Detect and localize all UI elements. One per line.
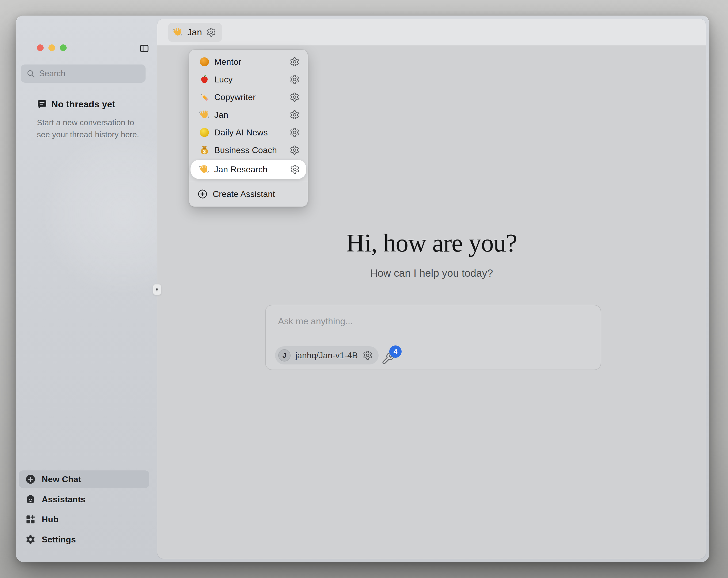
menu-item-daily-ai-news[interactable]: Daily AI News <box>191 124 306 141</box>
chat-composer[interactable]: Ask me anything... J janhq/Jan-v1-4B 4 <box>265 305 601 370</box>
plus-circle-icon <box>25 474 36 485</box>
model-name: janhq/Jan-v1-4B <box>295 351 358 360</box>
menu-item-lucy[interactable]: Lucy <box>191 71 306 88</box>
minimize-button[interactable] <box>48 44 55 51</box>
tools-count-badge: 4 <box>389 346 401 358</box>
sidebar-toggle-icon[interactable] <box>139 43 149 53</box>
menu-item-label: Jan Research <box>214 165 290 174</box>
create-assistant-label: Create Assistant <box>213 189 275 199</box>
greeting-subtitle: How can I help you today? <box>157 267 706 279</box>
gear-icon[interactable] <box>289 92 300 102</box>
main-panel: Jan Mentor Lucy Copywriter <box>157 19 706 559</box>
gear-icon[interactable] <box>206 27 216 37</box>
app-window: No threads yet Start a new conversation … <box>16 16 709 562</box>
assistant-robot-icon <box>25 494 36 505</box>
nav-label: New Chat <box>42 474 81 484</box>
nav-label: Assistants <box>42 495 86 504</box>
chat-bubble-icon <box>37 99 47 109</box>
tools-button[interactable]: 4 <box>381 352 395 365</box>
sidebar-item-new-chat[interactable]: New Chat <box>19 471 149 488</box>
wave-hand-icon <box>199 164 210 175</box>
search-field[interactable] <box>21 65 146 83</box>
composer-placeholder: Ask me anything... <box>278 316 353 326</box>
sidebar-resize-handle[interactable] <box>153 284 161 295</box>
orange-circle-icon <box>199 56 210 68</box>
grip-dots-icon <box>154 285 160 294</box>
menu-item-mentor[interactable]: Mentor <box>191 53 306 71</box>
assistant-menu: Mentor Lucy Copywriter Jan Daily AI News <box>189 50 308 207</box>
search-icon <box>26 69 35 78</box>
menu-item-label: Jan <box>214 110 289 120</box>
sidebar-nav: New Chat Assistants Hub Settings <box>19 471 149 551</box>
gear-icon[interactable] <box>289 145 300 155</box>
create-assistant-button[interactable]: Create Assistant <box>189 185 308 203</box>
menu-item-label: Daily AI News <box>214 128 289 137</box>
sidebar: No threads yet Start a new conversation … <box>16 16 157 562</box>
gear-icon[interactable] <box>289 57 300 67</box>
hub-grid-icon <box>25 514 36 525</box>
menu-divider <box>189 182 308 182</box>
menu-item-label: Lucy <box>214 75 289 84</box>
traffic-lights <box>37 44 67 51</box>
assistant-selector-label: Jan <box>187 27 202 37</box>
model-selector-button[interactable]: J janhq/Jan-v1-4B <box>275 346 379 365</box>
model-avatar: J <box>278 349 290 361</box>
wave-hand-icon <box>199 109 210 120</box>
sidebar-item-hub[interactable]: Hub <box>19 510 149 528</box>
empty-state-description: Start a new conversation to see your thr… <box>37 117 144 141</box>
sidebar-item-settings[interactable]: Settings <box>19 531 149 548</box>
zoom-button[interactable] <box>60 44 67 51</box>
gear-icon[interactable] <box>363 350 373 360</box>
gear-icon[interactable] <box>289 127 300 137</box>
menu-item-label: Business Coach <box>214 145 289 155</box>
menu-item-copywriter[interactable]: Copywriter <box>191 88 306 106</box>
greeting-title: Hi, how are you? <box>157 228 706 258</box>
menu-item-label: Mentor <box>214 57 289 67</box>
close-button[interactable] <box>37 44 44 51</box>
nav-label: Hub <box>42 514 59 525</box>
gear-icon[interactable] <box>290 164 300 174</box>
money-bag-icon: $ <box>199 145 210 156</box>
yellow-circle-icon <box>199 127 210 138</box>
search-input[interactable] <box>39 69 140 78</box>
menu-item-business-coach[interactable]: $ Business Coach <box>191 141 306 159</box>
plus-circle-outline-icon <box>197 189 208 199</box>
menu-item-jan-research[interactable]: Jan Research <box>190 160 306 179</box>
nav-label: Settings <box>42 535 76 545</box>
gear-filled-icon <box>25 534 36 545</box>
gear-icon[interactable] <box>289 74 300 84</box>
pencil-icon <box>199 92 210 103</box>
gear-icon[interactable] <box>289 110 300 120</box>
svg-text:$: $ <box>203 149 206 154</box>
sidebar-item-assistants[interactable]: Assistants <box>19 491 149 508</box>
empty-state-title: No threads yet <box>51 99 115 109</box>
main-header: Jan <box>157 19 706 46</box>
wave-hand-icon <box>172 27 183 38</box>
apple-icon <box>199 74 210 85</box>
assistant-selector-button[interactable]: Jan <box>168 23 222 42</box>
threads-empty-state: No threads yet Start a new conversation … <box>37 99 144 141</box>
menu-item-jan[interactable]: Jan <box>191 106 306 124</box>
menu-item-label: Copywriter <box>214 92 289 102</box>
